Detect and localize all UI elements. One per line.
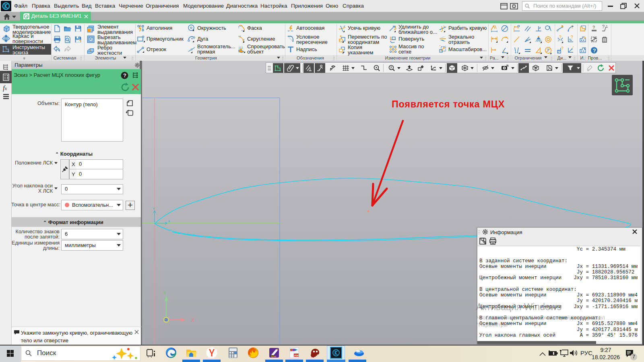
- svg-text:1: 1: [606, 25, 608, 29]
- svg-text:?: ?: [602, 25, 605, 29]
- svg-text:?: ?: [547, 48, 549, 53]
- svg-text:X: X: [191, 317, 194, 323]
- svg-text:?: ?: [123, 72, 126, 78]
- svg-text:PDF: PDF: [294, 354, 299, 357]
- svg-text:?: ?: [571, 35, 573, 39]
- svg-text:?: ?: [592, 25, 595, 30]
- svg-text:DjVu: DjVu: [271, 355, 276, 358]
- svg-text:?: ?: [572, 46, 574, 49]
- svg-text:?: ?: [561, 46, 564, 51]
- svg-text:?: ?: [571, 25, 574, 29]
- svg-text:?: ?: [559, 35, 561, 39]
- svg-text:Y: Y: [163, 290, 167, 296]
- svg-text:?: ?: [593, 47, 596, 53]
- svg-text:?: ?: [593, 37, 596, 41]
- svg-text:X: X: [168, 219, 170, 223]
- svg-text:Y: Y: [153, 207, 155, 211]
